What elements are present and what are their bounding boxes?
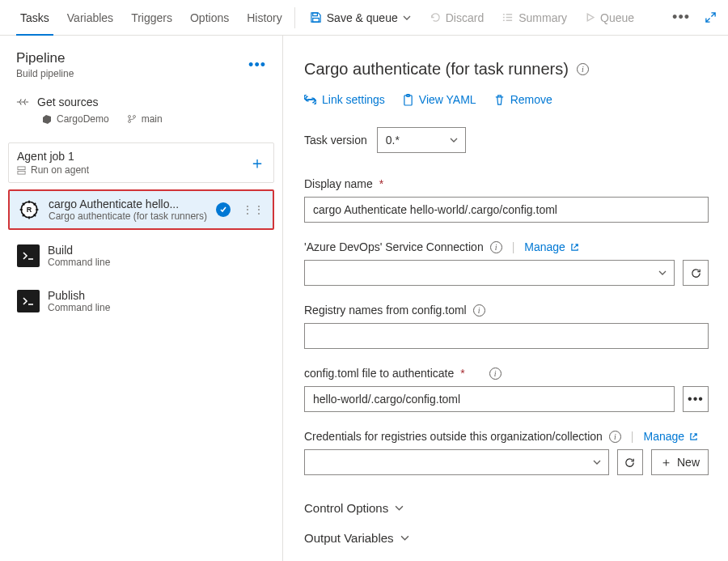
svg-rect-0 xyxy=(313,13,318,16)
more-icon: ••• xyxy=(688,392,704,406)
tab-tasks[interactable]: Tasks xyxy=(11,0,58,35)
checkmark-icon xyxy=(216,202,231,217)
get-sources-label: Get sources xyxy=(37,96,98,108)
browse-button[interactable]: ••• xyxy=(683,386,709,412)
summary-button[interactable]: Summary xyxy=(493,0,575,35)
refresh-button[interactable] xyxy=(617,449,643,475)
control-options-section[interactable]: Control Options xyxy=(304,493,709,523)
trash-icon xyxy=(494,94,505,106)
svg-text:R: R xyxy=(27,206,32,214)
info-icon[interactable]: i xyxy=(609,431,621,443)
terminal-icon xyxy=(17,244,40,267)
pipeline-more-button[interactable]: ••• xyxy=(248,57,266,74)
remove-link[interactable]: Remove xyxy=(494,93,552,106)
more-icon: ••• xyxy=(672,9,690,26)
registry-names-label: Registry names from config.toml xyxy=(304,304,467,317)
refresh-button[interactable] xyxy=(683,260,709,286)
expand-icon xyxy=(705,11,717,23)
separator: | xyxy=(509,240,518,253)
task-subtitle: Command line xyxy=(48,257,265,268)
refresh-icon xyxy=(690,267,702,279)
svg-rect-1 xyxy=(313,18,320,22)
tabs: Tasks Variables Triggers Options History xyxy=(0,0,291,35)
link-settings-link[interactable]: Link settings xyxy=(304,93,385,106)
separator: | xyxy=(628,430,637,443)
play-icon xyxy=(585,12,595,23)
info-icon[interactable]: i xyxy=(490,241,502,253)
task-subtitle: Cargo authenticate (for task runners) xyxy=(49,210,208,222)
branch-chip: main xyxy=(127,113,163,125)
svg-rect-5 xyxy=(18,166,25,169)
get-sources-row[interactable]: Get sources CargoDemo main xyxy=(0,87,282,130)
separator xyxy=(294,7,295,28)
task-title: Publish xyxy=(48,289,265,302)
pipeline-title: Pipeline xyxy=(16,50,248,66)
more-actions-button[interactable]: ••• xyxy=(667,9,695,26)
info-icon[interactable]: i xyxy=(577,63,589,75)
task-row-publish[interactable]: Publish Command line xyxy=(8,282,274,321)
config-toml-label: config.toml file to authenticate xyxy=(304,367,454,380)
external-link-icon xyxy=(570,243,579,252)
task-title: cargo Authenticate hello... xyxy=(49,198,208,210)
refresh-icon xyxy=(624,457,636,469)
undo-icon xyxy=(429,11,441,23)
chevron-down-icon xyxy=(403,14,411,22)
service-connection-select[interactable] xyxy=(304,260,675,286)
rust-gear-icon: R xyxy=(18,198,40,221)
queue-button[interactable]: Queue xyxy=(577,0,642,35)
left-pane: Pipeline Build pipeline ••• Get sources … xyxy=(0,36,283,561)
service-connection-label: 'Azure DevOps' Service Connection xyxy=(304,240,484,253)
repo-chip: CargoDemo xyxy=(42,113,109,125)
azure-devops-icon xyxy=(42,114,52,124)
task-subtitle: Command line xyxy=(48,302,265,313)
add-task-button[interactable]: ＋ xyxy=(249,152,265,174)
tab-history[interactable]: History xyxy=(238,0,291,35)
agent-job-row[interactable]: Agent job 1 Run on agent ＋ xyxy=(8,142,274,183)
svg-point-4 xyxy=(133,116,135,118)
plus-icon: ＋ xyxy=(660,455,672,470)
svg-point-2 xyxy=(128,116,130,118)
credentials-label: Credentials for registries outside this … xyxy=(304,430,603,443)
link-icon xyxy=(304,95,316,104)
required-asterisk: * xyxy=(379,177,383,190)
list-icon xyxy=(502,11,514,23)
drag-handle-icon[interactable]: ⋮⋮ xyxy=(239,207,265,212)
agent-job-subtitle: Run on agent xyxy=(17,164,249,176)
output-variables-section[interactable]: Output Variables xyxy=(304,523,709,553)
agent-job-title: Agent job 1 xyxy=(17,150,249,163)
chevron-down-icon xyxy=(400,533,409,542)
external-link-icon xyxy=(689,432,698,441)
task-row-cargo-authenticate[interactable]: R cargo Authenticate hello... Cargo auth… xyxy=(8,189,274,230)
top-toolbar: Tasks Variables Triggers Options History… xyxy=(0,0,728,36)
config-toml-input[interactable] xyxy=(304,386,675,412)
info-icon[interactable]: i xyxy=(473,304,485,317)
tab-variables[interactable]: Variables xyxy=(58,0,122,35)
display-name-input[interactable] xyxy=(304,197,709,223)
manage-credentials-link[interactable]: Manage xyxy=(644,430,698,443)
fullscreen-button[interactable] xyxy=(705,11,717,23)
new-credentials-button[interactable]: ＋ New xyxy=(651,449,709,475)
manage-service-connection-link[interactable]: Manage xyxy=(524,240,578,253)
save-icon xyxy=(310,11,322,23)
details-heading: Cargo authenticate (for task runners) xyxy=(304,60,569,79)
registry-names-input[interactable] xyxy=(304,323,709,349)
required-asterisk: * xyxy=(460,367,464,380)
tab-triggers[interactable]: Triggers xyxy=(122,0,181,35)
pipeline-header[interactable]: Pipeline Build pipeline ••• xyxy=(0,45,282,87)
toolbar-actions: Save & queue Discard Summary Queue xyxy=(302,0,642,35)
branch-icon xyxy=(127,114,137,124)
tab-options[interactable]: Options xyxy=(181,0,238,35)
task-row-build[interactable]: Build Command line xyxy=(8,236,274,275)
svg-point-3 xyxy=(128,121,130,123)
view-yaml-link[interactable]: View YAML xyxy=(403,93,476,106)
discard-button[interactable]: Discard xyxy=(421,0,492,35)
task-details-pane: Cargo authenticate (for task runners) i … xyxy=(283,36,728,561)
pipeline-subtitle: Build pipeline xyxy=(16,68,248,79)
info-icon[interactable]: i xyxy=(489,368,502,380)
task-version-select[interactable] xyxy=(377,127,466,153)
clipboard-icon xyxy=(403,94,413,106)
save-and-queue-button[interactable]: Save & queue xyxy=(302,0,419,35)
credentials-select[interactable] xyxy=(304,449,609,475)
chevron-down-icon xyxy=(395,504,404,512)
svg-rect-6 xyxy=(18,171,25,174)
